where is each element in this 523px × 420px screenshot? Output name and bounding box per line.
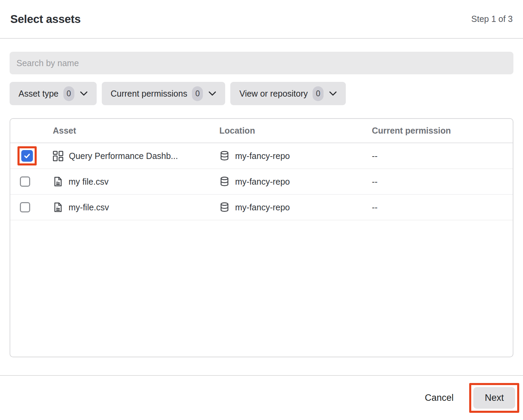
column-header-current-permission: Current permission xyxy=(372,126,513,136)
asset-name: Query Performance Dashb... xyxy=(69,151,178,161)
row-checkbox-cell xyxy=(10,146,53,165)
asset-type-filter-button[interactable]: Asset type 0 xyxy=(10,82,97,105)
current-permission-value: -- xyxy=(372,151,513,161)
dialog-footer: Cancel Next xyxy=(0,375,523,420)
annotation-highlight-box xyxy=(17,146,37,165)
view-or-repository-filter-count-badge: 0 xyxy=(313,86,324,101)
row-checkbox-checked[interactable] xyxy=(21,150,33,162)
current-permissions-filter-count-badge: 0 xyxy=(192,86,203,101)
table-row: Query Performance Dashb... my-fancy-repo… xyxy=(10,143,513,169)
database-icon xyxy=(219,151,230,161)
location-cell: my-fancy-repo xyxy=(219,202,372,212)
row-checkbox-unchecked[interactable] xyxy=(20,202,30,212)
next-button[interactable]: Next xyxy=(473,387,515,409)
chevron-down-icon xyxy=(80,91,88,96)
dialog-header: Select assets Step 1 of 3 xyxy=(0,0,523,39)
database-icon xyxy=(219,202,230,212)
asset-name: my-file.csv xyxy=(69,202,109,212)
location-name: my-fancy-repo xyxy=(235,151,290,161)
row-checkbox-cell xyxy=(10,202,53,212)
current-permissions-filter-label: Current permissions xyxy=(111,89,187,99)
table-header-row: Asset Location Current permission xyxy=(10,119,513,143)
step-indicator: Step 1 of 3 xyxy=(471,14,513,24)
chevron-down-icon xyxy=(208,91,216,96)
table-row: my-file.csv my-fancy-repo -- xyxy=(10,195,513,220)
asset-type-filter-count-badge: 0 xyxy=(63,86,74,101)
location-cell: my-fancy-repo xyxy=(219,151,372,161)
table-row: my file.csv my-fancy-repo -- xyxy=(10,169,513,195)
database-icon xyxy=(219,176,230,187)
file-icon xyxy=(53,176,63,187)
asset-type-filter-label: Asset type xyxy=(19,89,59,99)
column-header-location: Location xyxy=(219,126,372,136)
dashboard-icon xyxy=(53,151,63,161)
filter-bar: Asset type 0 Current permissions 0 View … xyxy=(10,82,513,105)
checkmark-icon xyxy=(23,152,31,160)
row-checkbox-cell xyxy=(10,176,53,187)
current-permissions-filter-button[interactable]: Current permissions 0 xyxy=(102,82,226,105)
location-name: my-fancy-repo xyxy=(235,202,290,212)
asset-cell: Query Performance Dashb... xyxy=(53,151,219,161)
current-permission-value: -- xyxy=(372,202,513,212)
page-title: Select assets xyxy=(10,13,81,26)
current-permission-value: -- xyxy=(372,177,513,187)
chevron-down-icon xyxy=(329,91,337,96)
location-name: my-fancy-repo xyxy=(235,177,290,187)
asset-name: my file.csv xyxy=(69,177,109,187)
column-header-asset: Asset xyxy=(53,126,219,136)
view-or-repository-filter-label: View or repository xyxy=(239,89,308,99)
cancel-button[interactable]: Cancel xyxy=(423,392,455,404)
location-cell: my-fancy-repo xyxy=(219,176,372,187)
search-input[interactable] xyxy=(10,52,513,74)
assets-table: Asset Location Current permission xyxy=(10,118,513,357)
row-checkbox-unchecked[interactable] xyxy=(20,176,30,187)
file-icon xyxy=(53,202,63,212)
asset-cell: my file.csv xyxy=(53,176,219,187)
annotation-highlight-box: Next xyxy=(469,383,519,413)
view-or-repository-filter-button[interactable]: View or repository 0 xyxy=(230,82,346,105)
asset-cell: my-file.csv xyxy=(53,202,219,212)
